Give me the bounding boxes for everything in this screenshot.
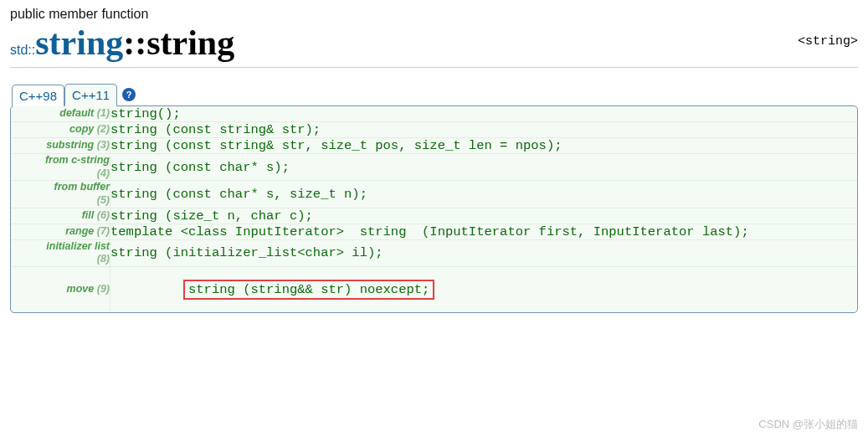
row-label: from buffer(5): [11, 181, 110, 208]
row-signature: string (const char* s);: [110, 154, 858, 181]
row-label: range (7): [11, 224, 110, 239]
help-icon[interactable]: ?: [122, 88, 136, 101]
row-signature: string (const string& str);: [110, 122, 858, 138]
row-label: from c-string(4): [11, 154, 110, 181]
row-signature: string (initializer_list<char> il);: [110, 239, 858, 266]
row-label: copy (2): [11, 122, 110, 138]
signatures-panel: default (1) string(); copy (2) string (c…: [10, 105, 858, 313]
row-label: substring (3): [11, 138, 110, 154]
title-prefix: std::: [10, 44, 35, 57]
row-label: fill (6): [11, 208, 110, 224]
row-signature: string();: [110, 106, 858, 122]
row-signature: string (const char* s, size_t n);: [110, 181, 858, 208]
table-row: from buffer(5) string (const char* s, si…: [11, 181, 857, 208]
table-row: copy (2) string (const string& str);: [11, 122, 857, 138]
tab-cpp98[interactable]: C++98: [12, 85, 64, 106]
title-class: string: [35, 25, 123, 60]
table-row: move (9) string (string&& str) noexcept;: [11, 266, 857, 312]
row-label: initializer list(8): [11, 239, 110, 266]
version-tabs: C++98 C++11 ?: [12, 83, 858, 105]
title-member: string: [146, 25, 234, 60]
category-label: public member function: [10, 7, 858, 22]
title-sep: ::: [123, 25, 146, 60]
table-row: substring (3) string (const string& str,…: [11, 138, 857, 154]
row-label: default (1): [11, 106, 110, 122]
table-row: fill (6) string (size_t n, char c);: [11, 208, 857, 224]
row-signature: string (string&& str) noexcept;: [110, 266, 858, 312]
table-row: default (1) string();: [11, 106, 857, 122]
header-row: std:: string :: string <string>: [10, 25, 858, 68]
row-signature: string (const string& str, size_t pos, s…: [110, 138, 858, 154]
table-row: range (7) template <class InputIterator>…: [11, 224, 857, 239]
table-row: initializer list(8) string (initializer_…: [11, 239, 857, 266]
row-signature: string (size_t n, char c);: [110, 208, 858, 224]
table-row: from c-string(4) string (const char* s);: [11, 154, 857, 181]
row-signature: template <class InputIterator> string (I…: [110, 224, 858, 239]
row-label: move (9): [11, 266, 110, 312]
page-title: std:: string :: string: [10, 25, 234, 60]
header-include: <string>: [798, 34, 858, 60]
tab-cpp11[interactable]: C++11: [64, 84, 117, 106]
highlighted-signature: string (string&& str) noexcept;: [183, 280, 434, 300]
